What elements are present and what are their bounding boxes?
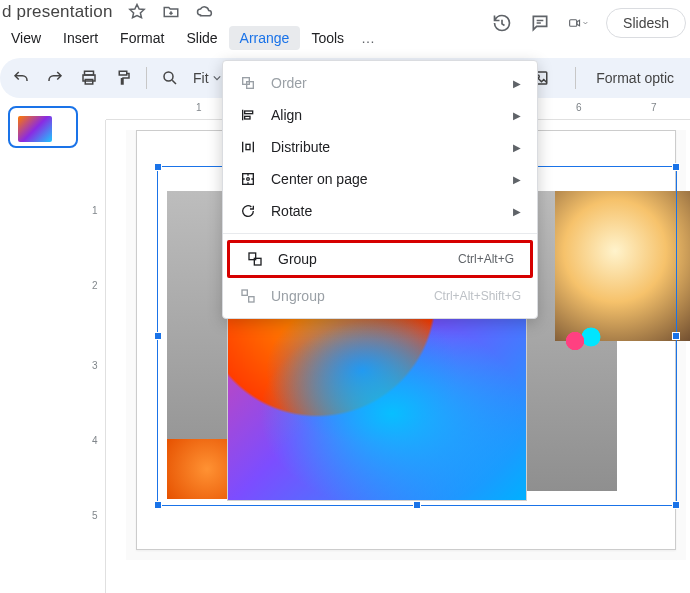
zoom-value: Fit: [193, 70, 209, 86]
paint-format-icon[interactable]: [108, 63, 138, 93]
menu-label: Ungroup: [271, 288, 420, 304]
separator: [575, 67, 576, 89]
order-icon: [239, 75, 257, 91]
menu-more[interactable]: …: [355, 26, 381, 50]
submenu-arrow-icon: ▶: [513, 142, 521, 153]
resize-handle[interactable]: [672, 332, 680, 340]
history-icon[interactable]: [492, 13, 512, 33]
svg-rect-17: [249, 297, 254, 302]
svg-rect-9: [245, 111, 253, 114]
menu-label: Group: [278, 251, 444, 267]
resize-handle[interactable]: [672, 163, 680, 171]
svg-point-13: [247, 178, 250, 181]
ruler-tick: 4: [92, 435, 98, 446]
ruler-tick: 3: [92, 360, 98, 371]
zoom-icon[interactable]: [155, 63, 185, 93]
resize-handle[interactable]: [154, 332, 162, 340]
menu-label: Rotate: [271, 203, 499, 219]
rotate-icon: [239, 203, 257, 219]
print-icon[interactable]: [74, 63, 104, 93]
menu-item-center-on-page[interactable]: Center on page ▶: [223, 163, 537, 195]
redo-icon[interactable]: [40, 63, 70, 93]
ruler-tick: 1: [92, 205, 98, 216]
center-on-page-icon: [239, 171, 257, 187]
slide-thumbnail-1[interactable]: [8, 106, 78, 148]
menu-separator: [223, 233, 537, 234]
menu-label: Align: [271, 107, 499, 123]
ungroup-icon: [239, 288, 257, 304]
keyboard-shortcut: Ctrl+Alt+Shift+G: [434, 289, 521, 303]
group-icon: [246, 251, 264, 267]
menu-arrange[interactable]: Arrange: [229, 26, 301, 50]
submenu-arrow-icon: ▶: [513, 174, 521, 185]
ruler-tick: 2: [92, 280, 98, 291]
submenu-arrow-icon: ▶: [513, 206, 521, 217]
menu-format[interactable]: Format: [109, 26, 175, 50]
menu-item-align[interactable]: Align ▶: [223, 99, 537, 131]
resize-handle[interactable]: [154, 501, 162, 509]
document-title[interactable]: d presentation: [2, 2, 113, 22]
menu-item-ungroup[interactable]: Ungroup Ctrl+Alt+Shift+G: [223, 280, 537, 312]
menu-label: Center on page: [271, 171, 499, 187]
cloud-status-icon[interactable]: [195, 2, 215, 22]
menu-item-group[interactable]: Group Ctrl+Alt+G: [227, 240, 533, 278]
thumbnail-content: [18, 116, 52, 142]
keyboard-shortcut: Ctrl+Alt+G: [458, 252, 514, 266]
ruler-tick: 1: [196, 102, 202, 113]
resize-handle[interactable]: [672, 501, 680, 509]
separator: [146, 67, 147, 89]
star-icon[interactable]: [127, 2, 147, 22]
slideshow-button[interactable]: Slidesh: [606, 8, 686, 38]
menu-slide[interactable]: Slide: [175, 26, 228, 50]
distribute-icon: [239, 139, 257, 155]
menu-tools[interactable]: Tools: [300, 26, 355, 50]
svg-rect-10: [245, 116, 250, 119]
menu-insert[interactable]: Insert: [52, 26, 109, 50]
menu-item-distribute[interactable]: Distribute ▶: [223, 131, 537, 163]
svg-point-4: [164, 72, 173, 81]
menu-label: Order: [271, 75, 499, 91]
submenu-arrow-icon: ▶: [513, 110, 521, 121]
slide-thumbnails-panel: [0, 100, 86, 593]
arrange-menu: Order ▶ Align ▶ Distribute ▶ Center on p…: [222, 60, 538, 319]
meet-camera-icon[interactable]: [568, 13, 588, 33]
svg-rect-0: [570, 20, 577, 27]
chevron-down-icon: [213, 74, 221, 82]
vertical-ruler: 1 2 3 4 5: [86, 120, 106, 593]
chevron-down-icon: [583, 19, 588, 27]
zoom-dropdown[interactable]: Fit: [189, 70, 225, 86]
move-to-folder-icon[interactable]: [161, 2, 181, 22]
menu-view[interactable]: View: [0, 26, 52, 50]
format-options-button[interactable]: Format optic: [596, 70, 674, 86]
align-icon: [239, 107, 257, 123]
svg-rect-16: [242, 290, 247, 295]
menu-item-order[interactable]: Order ▶: [223, 67, 537, 99]
resize-handle[interactable]: [413, 501, 421, 509]
ruler-tick: 6: [576, 102, 582, 113]
comments-icon[interactable]: [530, 13, 550, 33]
ruler-tick: 5: [92, 510, 98, 521]
submenu-arrow-icon: ▶: [513, 78, 521, 89]
undo-icon[interactable]: [6, 63, 36, 93]
svg-rect-11: [246, 144, 250, 149]
menu-item-rotate[interactable]: Rotate ▶: [223, 195, 537, 227]
menu-label: Distribute: [271, 139, 499, 155]
resize-handle[interactable]: [154, 163, 162, 171]
ruler-tick: 7: [651, 102, 657, 113]
